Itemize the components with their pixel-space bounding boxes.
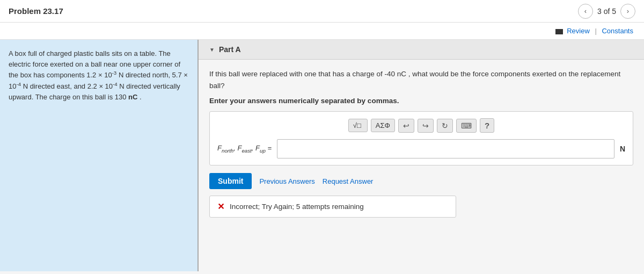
review-icon: [555, 29, 563, 34]
answer-box: √□ AΣΦ ↩ ↪ ↻ ⌨ ? Fnorth, Feast, Fup = N: [209, 111, 633, 165]
previous-answers-link[interactable]: Previous Answers: [259, 177, 314, 185]
main-layout: A box full of charged plastic balls sits…: [0, 40, 644, 271]
previous-page-button[interactable]: ‹: [578, 4, 593, 19]
part-a-header: ▼ Part A: [199, 40, 644, 60]
collapse-icon[interactable]: ▼: [209, 47, 215, 53]
error-icon: ✕: [217, 201, 224, 212]
keyboard-button[interactable]: ⌨: [456, 119, 477, 133]
constants-link[interactable]: Constants: [602, 27, 633, 35]
next-page-button[interactable]: ›: [620, 4, 635, 19]
part-label: Part A: [219, 45, 241, 54]
unit-label: N: [620, 145, 625, 153]
error-box: ✕ Incorrect; Try Again; 5 attempts remai…: [209, 196, 456, 218]
problem-text: A box full of charged plastic balls sits…: [9, 48, 189, 102]
error-message: Incorrect; Try Again; 5 attempts remaini…: [230, 203, 364, 211]
help-button[interactable]: ?: [480, 118, 494, 133]
pipe-separator: |: [595, 27, 596, 35]
ase-button[interactable]: AΣΦ: [371, 119, 395, 132]
answer-input[interactable]: [277, 139, 614, 158]
buttons-row: Submit Previous Answers Request Answer: [209, 173, 633, 189]
review-link[interactable]: Review: [567, 27, 590, 35]
undo-button[interactable]: ↩: [398, 119, 414, 133]
page-count: 3 of 5: [597, 7, 616, 16]
answer-panel: ▼ Part A If this ball were replaced with…: [199, 40, 644, 271]
request-answer-link[interactable]: Request Answer: [323, 177, 374, 185]
question-body: If this ball were replaced with one that…: [209, 70, 620, 90]
enter-instruction: Enter your answers numerically separated…: [209, 97, 633, 105]
question-text: If this ball were replaced with one that…: [209, 68, 633, 91]
sqrt-button[interactable]: √□: [348, 119, 368, 132]
problem-title: Problem 23.17: [9, 6, 63, 16]
page-header: Problem 23.17 ‹ 3 of 5 ›: [0, 0, 644, 23]
redo-button[interactable]: ↪: [418, 119, 434, 133]
formula-label: Fnorth, Feast, Fup =: [217, 144, 272, 154]
submit-button[interactable]: Submit: [209, 173, 252, 189]
top-links-bar: Review | Constants: [0, 23, 644, 40]
part-content: If this ball were replaced with one that…: [199, 60, 644, 226]
input-row: Fnorth, Feast, Fup = N: [217, 139, 625, 158]
navigation-controls: ‹ 3 of 5 ›: [578, 4, 635, 19]
refresh-button[interactable]: ↻: [437, 119, 453, 133]
sqrt-icon: √□: [353, 121, 361, 129]
math-toolbar: √□ AΣΦ ↩ ↪ ↻ ⌨ ?: [217, 118, 625, 133]
problem-description: A box full of charged plastic balls sits…: [0, 40, 199, 271]
